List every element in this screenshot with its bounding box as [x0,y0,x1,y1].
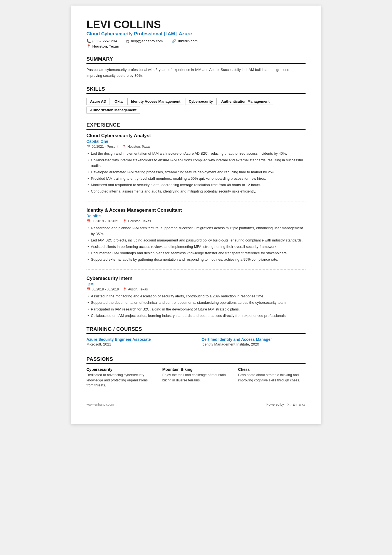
enhancv-logo: Enhancv [286,401,306,408]
exp-location-text: Houston, Texas [127,145,150,149]
powered-by-label: Powered by [266,403,284,406]
experience-item: Cybersecurity InternIBM 📅 05/2018 - 05/2… [86,276,306,319]
email-contact: @ help@enhancv.com [126,39,163,43]
skill-tag: Authentication Management [218,98,273,105]
skill-tag: Authorization Management [86,107,140,114]
exp-bullets: Assisted in the monitoring and escalatio… [86,293,306,319]
footer: www.enhancv.com Powered by Enhancv [86,401,306,408]
footer-brand: Powered by Enhancv [266,401,306,408]
location-text: Houston, Texas [92,44,119,48]
skills-container: Azure ADOktaIdentity Access ManagementCy… [86,97,306,114]
experience-item: Identity & Access Management ConsultantD… [86,208,306,270]
exp-dates: 📅 05/2021 - Present [86,145,118,149]
summary-section: SUMMARY Passionate cybersecurity profess… [86,56,306,79]
linkedin-icon: 🔗 [172,39,176,43]
skill-tag: Cybersecurity [185,98,217,105]
passion-item: ChessPassionate about strategic thinking… [238,367,306,388]
exp-meta: 📅 06/2019 - 04/2021 📍 Houston, Texas [86,219,306,223]
passion-name: Mountain Biking [162,367,230,372]
exp-dates: 📅 06/2019 - 04/2021 [86,219,119,223]
exp-bullet: Developed automated IAM testing processe… [86,169,306,175]
exp-bullet: Supported the documentation of technical… [86,300,306,305]
exp-dates-text: 05/2018 - 05/2019 [92,287,119,291]
exp-bullets: Researched and planned IAM architecture,… [86,225,306,262]
exp-bullet: Participated in IAM research for B2C, ai… [86,307,306,312]
training-item: Certified Identity and Access ManagerIde… [202,337,306,346]
exp-bullet: Led IAM B2C projects, including account … [86,238,306,243]
exp-location-text: Austin, Texas [128,287,148,291]
passions-heading: PASSIONS [86,356,306,364]
exp-location: 📍 Houston, Texas [123,219,151,223]
exp-bullet: Conducted internal assessments and audit… [86,189,306,194]
location-icon: 📍 [123,219,127,223]
training-item: Azure Security Engineer AssociateMicroso… [86,337,190,346]
exp-meta: 📅 05/2021 - Present 📍 Houston, Texas [86,145,306,149]
exp-company: Capital One [86,139,306,144]
exp-bullet: Monitored and responded to security aler… [86,182,306,188]
contact-row: 📞 (555) 555-1234 @ help@enhancv.com 🔗 li… [86,39,306,43]
exp-bullet: Assisted clients in performing access re… [86,244,306,250]
passion-desc: Passionate about strategic thinking and … [238,373,306,383]
candidate-title: Cloud Cybersecurity Professional | IAM |… [86,31,306,37]
linkedin-contact: 🔗 linkedin.com [172,39,197,43]
experience-heading: EXPERIENCE [86,122,306,130]
skills-heading: SKILLS [86,86,306,94]
calendar-icon: 📅 [86,287,91,291]
exp-location: 📍 Houston, Texas [122,145,150,149]
exp-bullet: Collaborated on IAM project builds, lear… [86,313,306,319]
exp-meta: 📅 05/2018 - 05/2019 📍 Austin, Texas [86,287,306,291]
phone-icon: 📞 [86,39,91,43]
calendar-icon: 📅 [86,219,91,223]
passions-container: CybersecurityDedicated to advancing cybe… [86,367,306,388]
phone-number: (555) 555-1234 [92,39,117,43]
exp-dates-text: 06/2019 - 04/2021 [92,219,119,223]
passion-desc: Dedicated to advancing cybersecurity kno… [86,373,154,388]
exp-bullet: Collaborated with internal stakeholders … [86,157,306,169]
summary-heading: SUMMARY [86,56,306,64]
skills-section: SKILLS Azure ADOktaIdentity Access Manag… [86,86,306,114]
passion-item: CybersecurityDedicated to advancing cybe… [86,367,154,388]
exp-company: Deloitte [86,214,306,218]
enhancv-icon [286,401,292,408]
resume-document: LEVI COLLINS Cloud Cybersecurity Profess… [71,6,321,424]
passion-name: Cybersecurity [86,367,154,372]
training-title: Azure Security Engineer Associate [86,337,190,342]
training-container: Azure Security Engineer AssociateMicroso… [86,337,306,349]
passion-name: Chess [238,367,306,372]
training-org: Microsoft, 2021 [86,342,190,346]
email-address: help@enhancv.com [131,39,163,43]
exp-dates-text: 05/2021 - Present [92,145,118,149]
linkedin-url: linkedin.com [177,39,197,43]
experience-item: Cloud Cybersecurity AnalystCapital One 📅… [86,133,306,201]
exp-bullets: Led the design and implementation of IAM… [86,151,306,194]
exp-title: Cybersecurity Intern [86,276,306,281]
training-org: Identity Management Institute, 2020 [202,342,306,346]
exp-location: 📍 Austin, Texas [123,287,148,291]
passion-item: Mountain BikingEnjoy the thrill and chal… [162,367,230,388]
email-icon: @ [126,39,130,43]
experience-container: Cloud Cybersecurity AnalystCapital One 📅… [86,133,306,318]
training-heading: TRAINING / COURSES [86,326,306,334]
exp-company: IBM [86,282,306,286]
location-icon: 📍 [123,287,127,291]
exp-location-text: Houston, Texas [128,219,151,223]
passion-desc: Enjoy the thrill and challenge of mounta… [162,373,230,383]
training-title: Certified Identity and Access Manager [202,337,306,342]
skill-tag: Identity Access Management [127,98,184,105]
exp-bullet: Led the design and implementation of IAM… [86,151,306,156]
calendar-icon: 📅 [86,145,91,149]
exp-bullet: Documented IAM roadmaps and design plans… [86,250,306,256]
exp-title: Identity & Access Management Consultant [86,208,306,213]
training-section: TRAINING / COURSES Azure Security Engine… [86,326,306,349]
header-section: LEVI COLLINS Cloud Cybersecurity Profess… [86,19,306,48]
skill-tag: Okta [111,98,126,105]
exp-title: Cloud Cybersecurity Analyst [86,133,306,139]
exp-bullet: Researched and planned IAM architecture,… [86,225,306,236]
location-icon: 📍 [86,44,91,48]
brand-name: Enhancv [292,403,306,406]
exp-dates: 📅 05/2018 - 05/2019 [86,287,119,291]
passions-section: PASSIONS CybersecurityDedicated to advan… [86,356,306,388]
exp-bullet: Provided IAM training to entry-level sta… [86,176,306,181]
candidate-name: LEVI COLLINS [86,19,306,31]
footer-website: www.enhancv.com [86,403,114,406]
